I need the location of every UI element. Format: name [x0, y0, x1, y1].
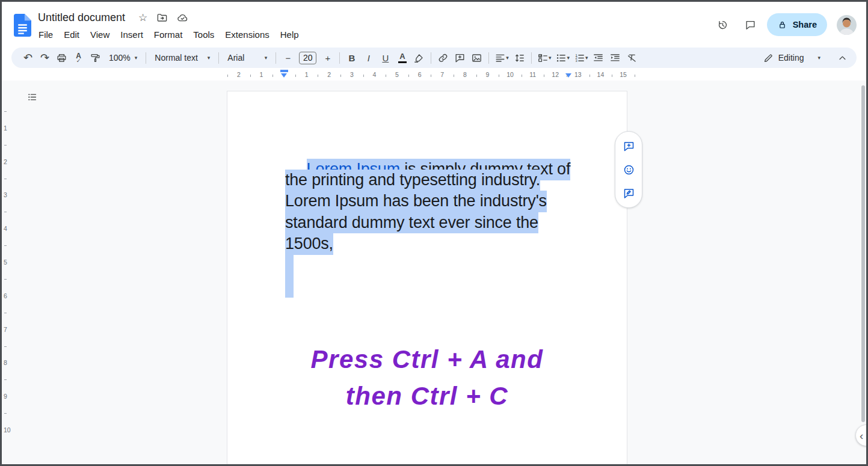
ruler-number: 6: [418, 71, 422, 78]
chevron-down-icon: ▾: [208, 55, 211, 61]
vertical-ruler: 12345678910: [2, 81, 10, 464]
divider: [275, 52, 276, 64]
ruler-number: 6: [4, 292, 7, 299]
bold-button[interactable]: B: [343, 50, 360, 66]
ruler-number: 2: [327, 71, 331, 78]
comments-button[interactable]: [739, 13, 762, 36]
ruler-number: 8: [4, 359, 7, 366]
floating-suggest-edits-button[interactable]: [620, 185, 637, 201]
font-size-input[interactable]: 20: [299, 52, 316, 64]
align-button[interactable]: ▾: [493, 50, 511, 66]
add-comment-icon: [454, 52, 466, 64]
show-outline-button[interactable]: [23, 88, 40, 105]
text-color-button[interactable]: A: [394, 50, 410, 66]
ruler-tick: [4, 111, 7, 112]
share-button[interactable]: Share: [767, 13, 827, 36]
selected-text-line[interactable]: the printing and typesetting industry.: [285, 170, 570, 191]
ruler-tick: [612, 75, 612, 77]
floating-add-comment-button[interactable]: [620, 138, 637, 155]
menu-view[interactable]: View: [85, 28, 115, 41]
vertical-scrollbar[interactable]: [861, 85, 865, 422]
line-spacing-button[interactable]: [511, 50, 528, 66]
ruler-tick: [4, 212, 7, 212]
selected-text-line[interactable]: Lorem Ipsum has been the industry's: [285, 191, 570, 212]
ruler-tick: [4, 145, 7, 146]
chevron-left-icon: ‹: [860, 430, 863, 441]
ruler-tick: [4, 379, 7, 380]
chevron-down-icon: ▾: [506, 55, 509, 61]
menu-format[interactable]: Format: [149, 28, 188, 41]
collapse-toolbar-button[interactable]: [834, 50, 851, 66]
minus-icon: −: [285, 54, 291, 63]
ruler-number: 9: [4, 393, 7, 400]
document-title[interactable]: Untitled document: [38, 11, 125, 24]
ruler-tick: [227, 75, 228, 77]
redo-icon: ↷: [40, 52, 49, 63]
version-history-button[interactable]: [712, 13, 734, 36]
insert-image-button[interactable]: [469, 50, 485, 66]
redo-button[interactable]: ↷: [37, 50, 53, 66]
left-indent-marker[interactable]: [281, 73, 287, 78]
ruler-number: 7: [4, 326, 7, 333]
ruler-tick: [544, 75, 544, 77]
highlight-color-button[interactable]: [411, 50, 427, 66]
editing-mode-select[interactable]: Editing ▾: [758, 51, 825, 66]
selected-text-line[interactable]: 1500s,: [285, 233, 570, 255]
selected-text-line[interactable]: Lorem Ipsum is simply dummy text of: [285, 148, 570, 170]
print-icon: [56, 52, 67, 64]
line-spacing-icon: [514, 52, 525, 64]
clear-formatting-button[interactable]: [624, 50, 640, 66]
plus-icon: +: [325, 54, 330, 63]
divider: [146, 52, 146, 64]
document-canvas: 12345678910 Lorem Ipsum is simply dummy …: [2, 81, 866, 464]
print-button[interactable]: [54, 50, 70, 66]
decrease-font-size-button[interactable]: −: [280, 50, 296, 66]
divider: [339, 52, 340, 64]
checklist-button[interactable]: ▾: [535, 50, 553, 66]
menu-tools[interactable]: Tools: [188, 28, 220, 41]
menu-bar: FileEditViewInsertFormatToolsExtensionsH…: [33, 28, 304, 41]
cloud-status-icon[interactable]: [177, 12, 188, 23]
decrease-indent-button[interactable]: [590, 50, 606, 66]
increase-font-size-button[interactable]: +: [319, 50, 336, 66]
paint-format-button[interactable]: [87, 50, 103, 66]
star-icon[interactable]: ☆: [138, 13, 147, 23]
floating-emoji-reaction-button[interactable]: [620, 161, 637, 178]
bulleted-list-button[interactable]: ▾: [553, 50, 571, 66]
font-family-select[interactable]: Arial ▾: [223, 51, 272, 64]
undo-button[interactable]: ↶: [20, 50, 36, 66]
first-line-indent-marker[interactable]: [280, 70, 288, 72]
menu-edit[interactable]: Edit: [58, 28, 85, 41]
menu-insert[interactable]: Insert: [115, 28, 149, 41]
increase-indent-button[interactable]: [607, 50, 623, 66]
numbered-list-button[interactable]: 123 ▾: [572, 50, 590, 66]
ruler-number: 4: [372, 71, 376, 78]
annotation-line-2: then Ctrl + C: [227, 378, 627, 414]
selected-text-line[interactable]: standard dummy text ever since the: [285, 212, 570, 234]
menu-extensions[interactable]: Extensions: [220, 28, 274, 41]
ruler-number: 2: [237, 71, 241, 78]
menu-help[interactable]: Help: [275, 28, 304, 41]
insert-link-button[interactable]: [435, 50, 451, 66]
ruler-tick: [567, 75, 567, 77]
add-comment-button[interactable]: [452, 50, 468, 66]
menu-file[interactable]: File: [33, 28, 58, 41]
docs-logo[interactable]: [14, 14, 31, 37]
italic-button[interactable]: I: [360, 50, 377, 66]
clear-formatting-icon: [626, 52, 638, 64]
paragraph-style-select[interactable]: Normal text ▾: [150, 51, 215, 64]
underline-button[interactable]: U: [377, 50, 393, 66]
spellcheck-checkmark: ✓: [76, 58, 81, 64]
show-side-panel-button[interactable]: ‹: [855, 425, 866, 446]
zoom-select[interactable]: 100% ▾: [104, 51, 142, 64]
horizontal-ruler: 21123456789101112131415: [2, 69, 866, 81]
bold-icon: B: [348, 53, 355, 63]
document-page[interactable]: Lorem Ipsum is simply dummy text of the …: [227, 91, 627, 464]
ruler-tick: [272, 75, 273, 77]
ruler-tick: [454, 75, 454, 77]
ruler-number: 1: [4, 124, 7, 132]
move-folder-icon[interactable]: [156, 12, 168, 23]
chevron-down-icon: ▾: [585, 55, 588, 61]
spellcheck-button[interactable]: A ✓: [70, 50, 87, 66]
avatar[interactable]: [837, 15, 857, 35]
